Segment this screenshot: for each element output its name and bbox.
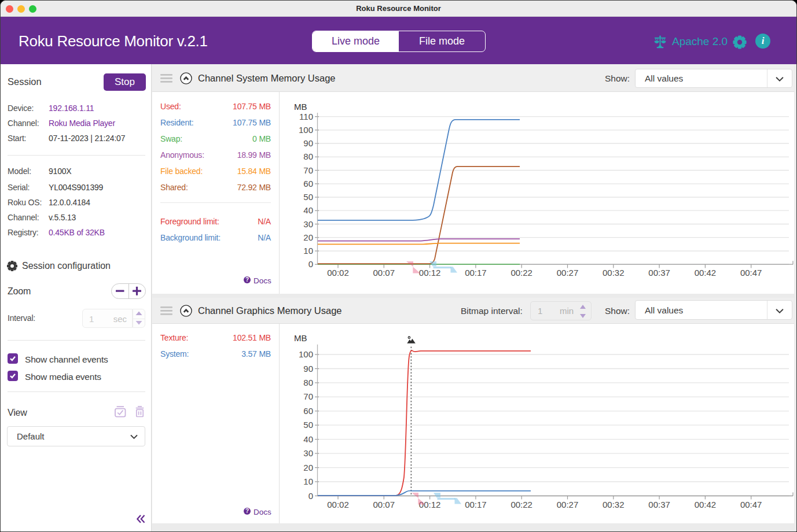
svg-text:00:02: 00:02	[327, 500, 349, 509]
svg-text:00:47: 00:47	[740, 500, 762, 509]
svg-text:50: 50	[303, 420, 313, 430]
svg-text:10: 10	[303, 476, 313, 486]
svg-text:MB: MB	[294, 102, 307, 112]
svg-text:30: 30	[303, 219, 313, 229]
svg-text:00:37: 00:37	[648, 268, 670, 278]
svg-text:70: 70	[303, 391, 313, 401]
svg-text:30: 30	[303, 448, 313, 458]
svg-text:00:22: 00:22	[510, 500, 532, 509]
svg-text:90: 90	[303, 364, 313, 374]
svg-text:00:27: 00:27	[557, 500, 579, 509]
svg-text:00:12: 00:12	[419, 268, 441, 278]
svg-text:00:27: 00:27	[557, 268, 579, 278]
svg-text:60: 60	[303, 179, 313, 189]
svg-text:00:32: 00:32	[603, 268, 625, 278]
svg-text:100: 100	[299, 125, 313, 135]
svg-text:00:07: 00:07	[373, 500, 395, 509]
svg-text:00:17: 00:17	[465, 500, 487, 509]
svg-text:20: 20	[303, 232, 313, 242]
svg-text:00:07: 00:07	[373, 268, 395, 278]
svg-text:40: 40	[303, 205, 313, 215]
svg-text:00:32: 00:32	[603, 500, 625, 509]
svg-text:50: 50	[303, 192, 313, 202]
svg-text:10: 10	[303, 246, 313, 256]
svg-text:80: 80	[303, 152, 313, 161]
svg-text:80: 80	[303, 378, 313, 387]
svg-text:0: 0	[308, 491, 313, 501]
svg-text:00:22: 00:22	[510, 268, 532, 278]
svg-text:100: 100	[299, 349, 313, 359]
svg-text:00:47: 00:47	[740, 268, 762, 278]
svg-text:70: 70	[303, 165, 313, 175]
svg-text:00:02: 00:02	[327, 268, 349, 278]
svg-text:00:17: 00:17	[465, 268, 487, 278]
svg-text:MB: MB	[294, 333, 307, 343]
svg-text:90: 90	[303, 138, 313, 148]
svg-text:110: 110	[299, 112, 313, 121]
svg-text:20: 20	[303, 463, 313, 472]
svg-text:00:37: 00:37	[648, 500, 670, 509]
svg-text:40: 40	[303, 434, 313, 444]
svg-text:60: 60	[303, 406, 313, 416]
svg-text:00:42: 00:42	[695, 500, 717, 509]
svg-text:00:42: 00:42	[695, 268, 717, 278]
svg-text:0: 0	[308, 259, 313, 269]
